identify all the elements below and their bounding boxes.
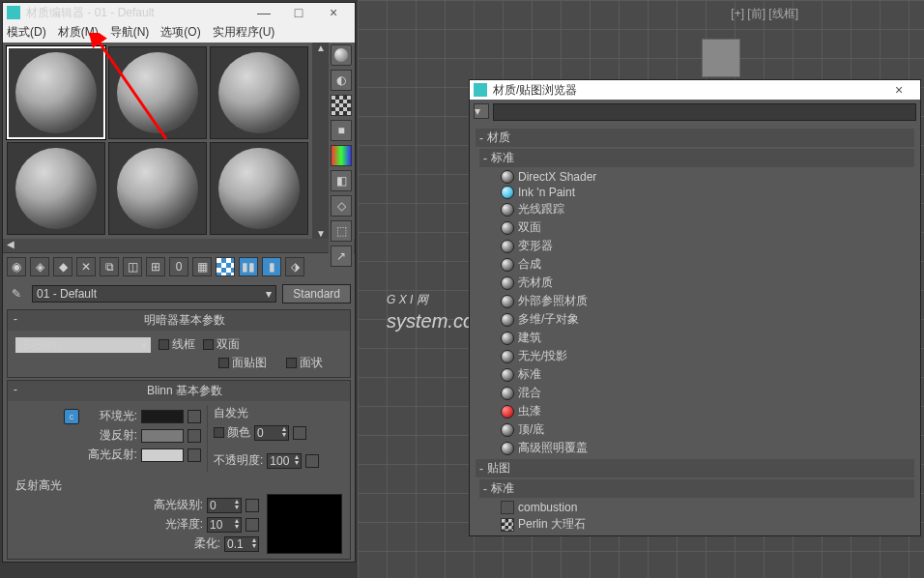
self-illum-color-checkbox[interactable]: 颜色	[214, 424, 250, 441]
menu-mode[interactable]: 模式(D)	[7, 24, 46, 41]
collapse-icon: -	[479, 462, 483, 476]
material-item-architectural[interactable]: 建筑	[483, 329, 914, 347]
material-item-topbottom[interactable]: 顶/底	[483, 420, 914, 439]
put-to-scene-button[interactable]: ◈	[30, 257, 49, 276]
sample-type-button[interactable]	[331, 44, 352, 66]
material-item-doublesided[interactable]: 双面	[483, 218, 914, 237]
standard-maps-header[interactable]: -标准	[479, 479, 914, 498]
make-unique-button[interactable]: ◫	[123, 257, 142, 276]
rollout-header[interactable]: - Blinn 基本参数	[8, 381, 350, 401]
material-type-button[interactable]: Standard	[282, 284, 351, 303]
glossiness-spinner[interactable]: 10▴▾	[207, 517, 242, 533]
map-item-combustion[interactable]: combustion	[483, 500, 914, 515]
go-to-parent-button[interactable]: ▮▮	[239, 257, 258, 276]
diffuse-map-button[interactable]	[188, 429, 201, 443]
material-map-navigator-button[interactable]: ↗	[331, 246, 352, 267]
make-preview-button[interactable]: ◧	[331, 170, 352, 191]
show-end-result-button[interactable]	[216, 257, 235, 276]
menu-options[interactable]: 选项(O)	[160, 24, 200, 41]
shader-dropdown[interactable]: (B)Blinn▾	[15, 337, 151, 353]
material-item-directx[interactable]: DirectX Shader	[483, 169, 914, 185]
eyedropper-icon[interactable]: ✎	[7, 284, 26, 303]
show-map-button[interactable]: ▦	[192, 257, 212, 276]
map-item-perlin-marble[interactable]: Perlin 大理石	[483, 515, 914, 534]
wireframe-checkbox[interactable]: 线框	[159, 336, 195, 353]
sample-slot-2[interactable]	[108, 46, 207, 139]
pick-material-button[interactable]: ⬗	[285, 257, 304, 276]
material-ball-icon	[501, 313, 514, 327]
make-copy-button[interactable]: ⧉	[100, 257, 119, 276]
scroll-down-icon[interactable]: ▼	[312, 228, 330, 239]
material-item-xref[interactable]: 外部参照材质	[483, 292, 914, 310]
material-item-matteshadow[interactable]: 无光/投影	[483, 347, 914, 365]
sample-slot-6[interactable]	[210, 142, 308, 235]
material-item-composite[interactable]: 合成	[483, 255, 914, 274]
browser-close-button[interactable]: ×	[881, 82, 916, 98]
material-item-raytrace[interactable]: 光线跟踪	[483, 200, 914, 218]
self-illum-spinner[interactable]: 0▴▾	[254, 425, 289, 441]
viewport-label[interactable]: [+] [前] [线框]	[731, 6, 798, 22]
material-item-shellac[interactable]: 虫漆	[483, 402, 914, 420]
faceted-checkbox[interactable]: 面状	[286, 355, 323, 371]
minimize-button[interactable]: —	[246, 5, 281, 20]
menu-navigation[interactable]: 导航(N)	[110, 24, 150, 41]
specular-map-button[interactable]	[188, 448, 201, 462]
sample-uv-button[interactable]: ■	[331, 120, 352, 141]
backlight-button[interactable]: ◐	[331, 70, 352, 91]
material-item-advlighting[interactable]: 高级照明覆盖	[483, 439, 914, 457]
put-to-library-button[interactable]: ⊞	[146, 257, 165, 276]
video-color-button[interactable]	[331, 145, 352, 166]
ambient-color-swatch[interactable]	[141, 410, 184, 423]
options-button[interactable]: ◇	[331, 195, 352, 217]
maps-group-header[interactable]: -贴图	[476, 459, 914, 477]
diffuse-color-swatch[interactable]	[141, 429, 184, 443]
scroll-left-icon[interactable]: ◀	[7, 239, 14, 252]
sample-scroll-horizontal[interactable]: ◀ ▶	[3, 239, 355, 252]
scroll-up-icon[interactable]: ▲	[312, 43, 330, 53]
get-material-button[interactable]: ◉	[7, 257, 26, 276]
material-item-blend[interactable]: 混合	[483, 384, 914, 402]
specular-level-map-button[interactable]	[245, 499, 259, 512]
materials-group-header[interactable]: -材质	[476, 129, 914, 147]
material-editor-titlebar[interactable]: 材质编辑器 - 01 - Default — □ ×	[3, 3, 355, 22]
search-options-button[interactable]: ▾	[474, 103, 489, 119]
menu-material[interactable]: 材质(M)	[58, 24, 99, 41]
sample-slot-5[interactable]	[108, 142, 207, 235]
sample-slot-4[interactable]	[7, 142, 105, 235]
material-name-dropdown[interactable]: 01 - Default ▾	[32, 285, 276, 303]
select-by-material-button[interactable]: ⬚	[331, 220, 352, 242]
maximize-button[interactable]: □	[281, 5, 316, 20]
sample-scroll-vertical[interactable]: ▲ ▼	[312, 43, 330, 239]
lock-icon[interactable]: c	[64, 409, 79, 424]
rollout-header[interactable]: - 明暗器基本参数	[8, 310, 350, 331]
opacity-map-button[interactable]	[305, 454, 319, 468]
material-item-multisub[interactable]: 多维/子对象	[483, 310, 914, 329]
self-illum-map-button[interactable]	[293, 426, 306, 440]
specular-color-swatch[interactable]	[141, 448, 184, 462]
material-item-shell[interactable]: 壳材质	[483, 274, 914, 292]
soften-spinner[interactable]: 0.1▴▾	[224, 536, 259, 552]
close-button[interactable]: ×	[316, 5, 351, 20]
glossiness-map-button[interactable]	[245, 518, 259, 532]
background-button[interactable]	[331, 95, 352, 116]
go-forward-button[interactable]: ▮	[262, 257, 281, 276]
ambient-map-button[interactable]	[188, 410, 201, 423]
material-id-button[interactable]: 0	[169, 257, 188, 276]
view-cube[interactable]	[702, 39, 740, 77]
specular-level-spinner[interactable]: 0▴▾	[207, 498, 242, 513]
sample-slot-1[interactable]	[7, 46, 105, 139]
browser-titlebar[interactable]: 材质/贴图浏览器 ×	[470, 80, 920, 100]
standard-materials-header[interactable]: -标准	[479, 149, 914, 167]
two-sided-checkbox[interactable]: 双面	[203, 336, 240, 353]
material-item-morpher[interactable]: 变形器	[483, 237, 914, 255]
reset-button[interactable]: ✕	[76, 257, 96, 276]
material-ball-icon	[501, 423, 514, 437]
face-map-checkbox[interactable]: 面贴图	[218, 355, 267, 371]
opacity-spinner[interactable]: 100▴▾	[267, 453, 302, 469]
assign-button[interactable]: ◆	[53, 257, 72, 276]
menu-utilities[interactable]: 实用程序(U)	[213, 24, 275, 41]
sample-slot-3[interactable]	[210, 46, 308, 139]
material-item-standard[interactable]: 标准	[483, 365, 914, 384]
search-input[interactable]	[493, 103, 916, 121]
material-item-inknpaint[interactable]: Ink 'n Paint	[483, 185, 914, 200]
